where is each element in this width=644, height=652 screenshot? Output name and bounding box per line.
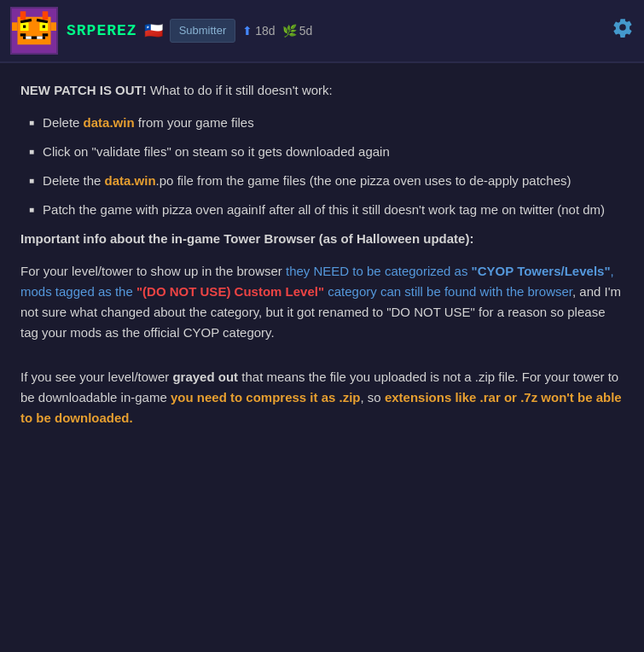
username: SRPEREZ: [67, 20, 137, 43]
bullet-list: Delete data.win from your game files Cli…: [29, 113, 624, 220]
karma-icon: ⬆: [242, 22, 252, 40]
svg-rect-14: [43, 11, 49, 20]
list-item: Delete the data.win.po file from the gam…: [29, 171, 624, 191]
flag-icon: 🇨🇱: [144, 20, 163, 43]
bullet-text-2: Click on "validate files" on steam so it…: [43, 142, 390, 162]
paragraph-2: If you see your level/tower grayed out t…: [20, 367, 624, 428]
list-item: Click on "validate files" on steam so it…: [29, 142, 624, 162]
karma-value: 18d: [255, 22, 275, 40]
list-item: Patch the game with pizza oven againIf a…: [29, 200, 624, 220]
bullet-text-3: Delete the data.win.po file from the gam…: [43, 171, 571, 191]
post-content: NEW PATCH IS OUT! What to do if it still…: [20, 80, 624, 428]
para2-text: If you see your level/tower grayed out t…: [20, 370, 622, 425]
activity-icon: 🌿: [282, 22, 297, 40]
svg-rect-13: [20, 11, 26, 20]
important-heading: Important info about the in-game Tower B…: [20, 229, 624, 249]
avatar: [10, 7, 58, 55]
username-area: SRPEREZ 🇨🇱 Submitter ⬆ 18d 🌿 5d: [67, 19, 603, 43]
content-area: NEW PATCH IS OUT! What to do if it still…: [0, 63, 644, 457]
bullet-text-1: Delete data.win from your game files: [43, 113, 254, 133]
submitter-badge: Submitter: [170, 19, 236, 43]
svg-rect-12: [37, 37, 43, 39]
svg-rect-5: [43, 26, 45, 28]
svg-rect-15: [12, 22, 18, 31]
bullet-text-4: Patch the game with pizza oven againIf a…: [43, 200, 605, 220]
paragraph-1: For your level/tower to show up in the b…: [20, 261, 624, 343]
svg-rect-16: [51, 22, 57, 31]
stat-karma: ⬆ 18d: [242, 22, 275, 40]
header-bar: SRPEREZ 🇨🇱 Submitter ⬆ 18d 🌿 5d: [0, 0, 644, 63]
gear-button[interactable]: [612, 16, 634, 46]
svg-rect-9: [20, 33, 26, 36]
stat-activity: 🌿 5d: [282, 22, 313, 40]
heading-bold: NEW PATCH IS OUT!: [20, 83, 147, 97]
svg-rect-10: [43, 33, 49, 36]
svg-rect-11: [26, 37, 32, 39]
heading-rest: What to do if it still doesn't work:: [147, 83, 333, 97]
post-heading: NEW PATCH IS OUT! What to do if it still…: [20, 80, 624, 101]
para1-text: For your level/tower to show up in the b…: [20, 264, 621, 340]
list-item: Delete data.win from your game files: [29, 113, 624, 133]
activity-value: 5d: [299, 22, 313, 40]
svg-rect-4: [23, 26, 26, 28]
